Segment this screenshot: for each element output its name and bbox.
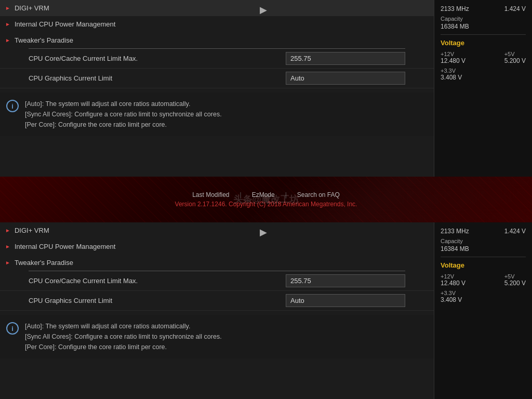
footer-bar-1: 头条@魔改工坊 Last Modified | EzMode | Search … (0, 177, 532, 222)
voltage-item-12v: +12V 12.480 V (441, 273, 466, 287)
v33-label: +3.3V (441, 290, 462, 296)
last-modified-link[interactable]: Last Modified (192, 191, 229, 198)
v5-label: +5V (504, 273, 526, 280)
info-text: [Auto]: The system will adjust all core … (25, 99, 222, 130)
info-box: i [Auto]: The system will adjust all cor… (0, 92, 434, 136)
bottom-sidebar-freq-row: 2133 MHz 1.424 V (441, 228, 526, 235)
capacity-value: 16384 MB (441, 245, 526, 252)
bottom-voltage-row-12v: +12V 12.480 V +5V 5.200 V (441, 273, 526, 287)
v12-label: +12V (441, 51, 466, 57)
menu-item-label: DIGI+ VRM (15, 4, 49, 12)
sidebar-divider (441, 257, 526, 257)
arrow-icon: ► (5, 260, 10, 265)
bottom-menu-item-tweaker[interactable]: ► Tweaker's Paradise (0, 255, 434, 271)
v5-value: 5.200 V (504, 57, 526, 64)
voltage-item-12v: +12V 12.480 V (441, 51, 466, 64)
bottom-panel: ▶ ► DIGI+ VRM ► Internal CPU Power Manag… (0, 222, 532, 399)
bottom-menu-item-internal-cpu[interactable]: ► Internal CPU Power Management (0, 238, 434, 255)
search-faq-link[interactable]: Search on FAQ (297, 191, 340, 198)
info-icon: i (6, 100, 19, 112)
v5-value: 5.200 V (504, 280, 526, 287)
info-line-3: [Per Core]: Configure the core ratio lim… (25, 119, 222, 130)
setting-value-cpu-cache[interactable] (286, 52, 405, 65)
voltage-item-5v: +5V 5.200 V (504, 51, 526, 64)
voltage-title: Voltage (441, 39, 526, 47)
arrow-icon: ► (5, 21, 10, 27)
menu-item-tweaker[interactable]: ► Tweaker's Paradise (0, 32, 434, 48)
ez-mode-link[interactable]: EzMode (252, 191, 275, 198)
setting-label: CPU Core/Cache Current Limit Max. (29, 55, 286, 62)
v33-label: +3.3V (441, 68, 462, 74)
top-main-content: ▶ ► DIGI+ VRM ► Internal CPU Power Manag… (0, 0, 434, 177)
info-icon: i (6, 322, 19, 335)
voltage-item-5v: +5V 5.200 V (504, 273, 526, 287)
voltage-title: Voltage (441, 261, 526, 269)
menu-item-internal-cpu[interactable]: ► Internal CPU Power Management (0, 16, 434, 32)
sidebar-freq-row: 2133 MHz 1.424 V (441, 5, 526, 12)
capacity-label: Capacity (441, 238, 526, 244)
freq-value: 2133 MHz (441, 5, 469, 12)
capacity-label: Capacity (441, 16, 526, 22)
footer-links-1: Last Modified | EzMode | Search on FAQ (192, 191, 340, 198)
menu-item-label: Internal CPU Power Management (15, 243, 115, 250)
top-panel: ▶ ► DIGI+ VRM ► Internal CPU Power Manag… (0, 0, 532, 177)
bottom-sidebar: 2133 MHz 1.424 V Capacity 16384 MB Volta… (434, 222, 532, 399)
cursor-icon: ▶ (260, 4, 267, 16)
sidebar-divider (441, 34, 526, 35)
menu-item-label: Tweaker's Paradise (15, 259, 73, 267)
bottom-settings-row-cpu-cache: CPU Core/Cache Current Limit Max. (0, 271, 434, 291)
bottom-menu-item-digi-vrm[interactable]: ► DIGI+ VRM (0, 222, 434, 238)
setting-label: CPU Core/Cache Current Limit Max. (29, 277, 286, 285)
bottom-settings-row-cpu-graphics: CPU Graphics Current Limit (0, 291, 434, 311)
bottom-info-box: i [Auto]: The system will adjust all cor… (0, 315, 434, 358)
bottom-setting-value-cpu-graphics[interactable] (286, 294, 405, 307)
voltage-row-33v: +3.3V 3.408 V (441, 68, 526, 81)
v12-value: 12.480 V (441, 57, 466, 64)
voltage-value: 1.424 V (504, 228, 526, 235)
info-line-1: [Auto]: The system will adjust all core … (25, 99, 222, 109)
info-text: [Auto]: The system will adjust all core … (25, 321, 222, 352)
bottom-voltage-row-33v: +3.3V 3.408 V (441, 290, 526, 303)
info-line-1: [Auto]: The system will adjust all core … (25, 321, 222, 331)
bottom-main-content: ▶ ► DIGI+ VRM ► Internal CPU Power Manag… (0, 222, 434, 399)
setting-label: CPU Graphics Current Limit (29, 74, 286, 82)
menu-item-label: DIGI+ VRM (15, 227, 49, 234)
info-line-2: [Sync All Cores]: Configure a core ratio… (25, 109, 222, 119)
v33-value: 3.408 V (441, 296, 462, 303)
setting-label: CPU Graphics Current Limit (29, 297, 286, 304)
menu-item-label: Tweaker's Paradise (15, 36, 73, 44)
settings-row-cpu-graphics: CPU Graphics Current Limit (0, 69, 434, 88)
menu-item-digi-vrm[interactable]: ► DIGI+ VRM (0, 0, 434, 16)
freq-value: 2133 MHz (441, 228, 469, 235)
voltage-item-33v: +3.3V 3.408 V (441, 290, 462, 303)
voltage-item-33v: +3.3V 3.408 V (441, 68, 462, 81)
capacity-value: 16384 MB (441, 23, 526, 30)
v12-value: 12.480 V (441, 280, 466, 287)
v12-label: +12V (441, 273, 466, 280)
voltage-value: 1.424 V (504, 5, 526, 12)
footer-copyright-1: Version 2.17.1246. Copyright (C) 2018 Am… (175, 201, 357, 208)
arrow-icon: ► (5, 228, 10, 233)
v33-value: 3.408 V (441, 74, 462, 81)
arrow-icon: ► (5, 37, 10, 43)
setting-value-cpu-graphics[interactable] (286, 72, 405, 85)
arrow-icon: ► (5, 244, 10, 249)
info-line-2: [Sync All Cores]: Configure a core ratio… (25, 331, 222, 342)
bottom-setting-value-cpu-cache[interactable] (286, 274, 405, 287)
cursor-icon-bottom: ▶ (260, 227, 267, 238)
voltage-row-12v: +12V 12.480 V +5V 5.200 V (441, 51, 526, 64)
menu-item-label: Internal CPU Power Management (15, 20, 115, 28)
top-sidebar: 2133 MHz 1.424 V Capacity 16384 MB Volta… (434, 0, 532, 177)
settings-row-cpu-cache: CPU Core/Cache Current Limit Max. (0, 49, 434, 69)
info-line-3: [Per Core]: Configure the core ratio lim… (25, 342, 222, 352)
v5-label: +5V (504, 51, 526, 57)
arrow-icon: ► (5, 5, 10, 11)
